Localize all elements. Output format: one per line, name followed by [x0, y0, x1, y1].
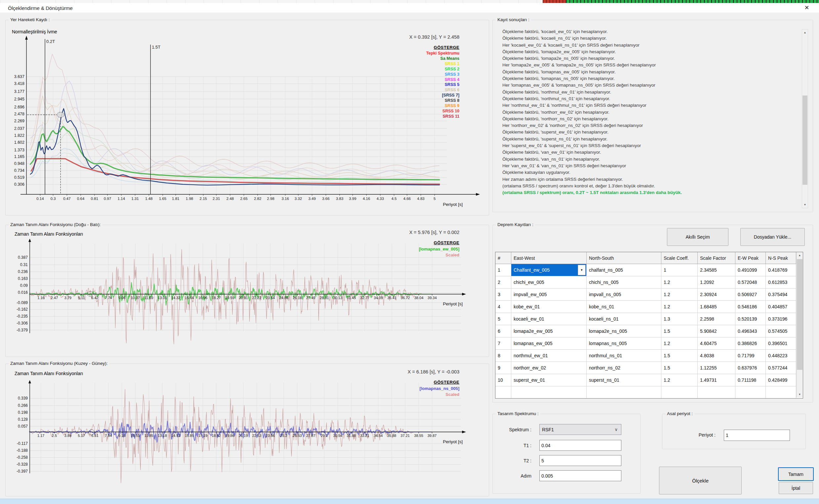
cancel-button[interactable]: İptal — [779, 482, 813, 494]
table-cell[interactable]: 0.71799 — [735, 350, 766, 362]
table-header-cell[interactable]: # — [495, 252, 511, 264]
legend-item[interactable]: SRSS 11 — [426, 114, 459, 119]
table-cell[interactable]: kocaeli_ew_01 — [511, 313, 587, 325]
smart-select-button[interactable]: Akıllı Seçim — [667, 228, 728, 246]
legend-item[interactable]: Scaled — [419, 392, 459, 398]
table-cell[interactable]: 0.520139 — [735, 313, 766, 325]
legend-item[interactable]: SRSS 5 — [426, 82, 459, 88]
table-cell[interactable]: 8 — [495, 350, 511, 362]
legend-item[interactable]: SRSS 4 — [426, 77, 459, 83]
table-cell[interactable]: northorr_ns_02 — [587, 362, 661, 374]
record-combo-arrow-icon[interactable]: ▼ — [578, 265, 586, 275]
table-cell[interactable]: 3 — [495, 289, 511, 301]
table-cell[interactable]: impvall_ew_005 — [511, 289, 587, 301]
table-cell[interactable]: 0.428499 — [766, 374, 796, 386]
close-icon[interactable]: ✕ — [802, 4, 811, 12]
legend-item[interactable]: [lomapnas_ew_005] — [419, 246, 459, 252]
legend-item[interactable]: SRSS 1 — [426, 61, 459, 67]
table-cell[interactable]: 2 — [495, 276, 511, 289]
scroll-up-icon[interactable]: ▲ — [802, 29, 808, 36]
table-cell[interactable]: 1.12255 — [698, 362, 735, 374]
legend-item[interactable]: Tepki Spektrumu — [426, 51, 459, 56]
ok-button[interactable]: Tamam — [778, 467, 814, 481]
scale-button[interactable]: Ölçekle — [659, 467, 742, 494]
legend-item[interactable]: SRSS 10 — [426, 109, 459, 114]
scroll-down-icon[interactable]: ▼ — [802, 202, 808, 208]
table-row[interactable]: 8northmul_ew_01northmul_ns_011.54.80380.… — [495, 350, 803, 362]
table-cell[interactable]: 1.2092 — [698, 276, 735, 289]
table-cell[interactable]: 7 — [495, 337, 511, 350]
table-cell[interactable]: 1.68485 — [698, 301, 735, 313]
table-cell[interactable]: 0.612853 — [766, 276, 796, 289]
period-field[interactable] — [724, 430, 790, 441]
table-cell[interactable]: 0.373196 — [766, 313, 796, 325]
table-cell[interactable]: chalfant_ns_005 — [587, 264, 661, 276]
table-cell[interactable]: 0.386826 — [735, 337, 766, 350]
table-header-cell[interactable]: N-S Peak — [766, 252, 796, 264]
legend-item[interactable]: SRSS 2 — [426, 67, 459, 72]
table-cell[interactable]: kobe_ew_01 — [511, 301, 587, 313]
table-cell[interactable]: northmul_ew_01 — [511, 350, 587, 362]
table-cell[interactable]: 1.5 — [661, 325, 698, 337]
t1-field[interactable] — [539, 440, 621, 451]
table-row[interactable]: 6lomapa2e_ew_005lomapa2e_ns_0051.55.9084… — [495, 325, 803, 337]
table-cell[interactable]: 1.5 — [661, 362, 698, 374]
table-cell[interactable]: northorr_ew_02 — [511, 362, 587, 374]
log-scrollbar[interactable]: ▲ ▼ — [802, 29, 808, 208]
table-row[interactable]: 1Chalfant_ew_005▼chalfant_ns_00512.34585… — [495, 264, 803, 276]
table-row[interactable]: 10superst_ew_01superst_ns_011.21.497310.… — [495, 374, 803, 386]
table-cell[interactable]: superst_ns_01 — [587, 374, 661, 386]
table-cell[interactable]: 1.2 — [661, 276, 698, 289]
load-from-file-button[interactable]: Dosyadan Yükle... — [740, 228, 805, 246]
table-cell[interactable]: 1.2 — [661, 337, 698, 350]
table-cell[interactable]: 0.574505 — [766, 325, 796, 337]
table-row[interactable]: 7lomapnas_ew_005lomapnas_ns_0051.24.6047… — [495, 337, 803, 350]
table-cell[interactable]: 10 — [495, 374, 511, 386]
table-cell[interactable]: 5.90842 — [698, 325, 735, 337]
table-cell[interactable]: 1.2 — [661, 301, 698, 313]
table-cell[interactable]: 1.2 — [661, 289, 698, 301]
table-cell[interactable]: lomapa2e_ns_005 — [587, 325, 661, 337]
table-header-cell[interactable]: East-West — [511, 252, 587, 264]
table-cell[interactable]: 2.30924 — [698, 289, 735, 301]
table-cell[interactable]: impvall_ns_005 — [587, 289, 661, 301]
legend-item[interactable]: SRSS 3 — [426, 72, 459, 77]
table-cell[interactable]: chichi_ew_005 — [511, 276, 587, 289]
table-row[interactable]: 9northorr_ew_02northorr_ns_021.51.122550… — [495, 362, 803, 374]
log-scrollbar-thumb[interactable] — [802, 96, 807, 185]
records-table[interactable]: #East-WestNorth-SouthScale Coeff.Scale F… — [495, 252, 803, 399]
legend-item[interactable]: [SRSS 7] — [426, 93, 459, 98]
table-cell[interactable]: superst_ew_01 — [511, 374, 587, 386]
table-cell[interactable]: 0.375494 — [766, 289, 796, 301]
legend-item[interactable]: Sa Means — [426, 56, 459, 61]
table-cell[interactable]: 4 — [495, 301, 511, 313]
table-scrollbar-thumb[interactable] — [797, 259, 802, 370]
table-cell[interactable]: 1 — [661, 264, 698, 276]
table-cell[interactable]: 1.49731 — [698, 374, 735, 386]
table-cell[interactable]: 5 — [495, 313, 511, 325]
legend-item[interactable]: [lomapnas_ns_005] — [419, 386, 459, 392]
table-row[interactable]: 5kocaeli_ew_01kocaeli_ns_011.32.25980.52… — [495, 313, 803, 325]
table-cell[interactable]: 1.3 — [661, 313, 698, 325]
table-row[interactable]: 3impvall_ew_005impvall_ns_0051.22.309240… — [495, 289, 803, 301]
t2-field[interactable] — [539, 455, 621, 466]
table-cell[interactable]: Chalfant_ew_005▼ — [511, 264, 587, 276]
table-header-cell[interactable]: Scale Coeff. — [661, 252, 698, 264]
legend-item[interactable]: SRSS 9 — [426, 103, 459, 109]
table-cell[interactable]: 0.506927 — [735, 289, 766, 301]
table-cell[interactable]: 0.572048 — [735, 276, 766, 289]
table-cell[interactable]: 6 — [495, 325, 511, 337]
table-cell[interactable]: lomapnas_ns_005 — [587, 337, 661, 350]
table-cell[interactable]: kobe_ns_01 — [587, 301, 661, 313]
table-cell[interactable]: 0.711198 — [735, 374, 766, 386]
table-cell[interactable]: 0.496343 — [735, 325, 766, 337]
table-cell[interactable]: lomapa2e_ew_005 — [511, 325, 587, 337]
table-cell[interactable]: 0.577244 — [766, 362, 796, 374]
table-cell[interactable]: 2.2598 — [698, 313, 735, 325]
table-cell[interactable]: 0.396501 — [766, 337, 796, 350]
scroll-down-icon[interactable]: ▼ — [797, 391, 803, 398]
step-field[interactable] — [539, 470, 621, 481]
table-header-cell[interactable]: North-South — [587, 252, 661, 264]
table-cell[interactable]: chichi_ns_005 — [587, 276, 661, 289]
table-row[interactable]: 4kobe_ew_01kobe_ns_011.21.684850.5461860… — [495, 301, 803, 313]
